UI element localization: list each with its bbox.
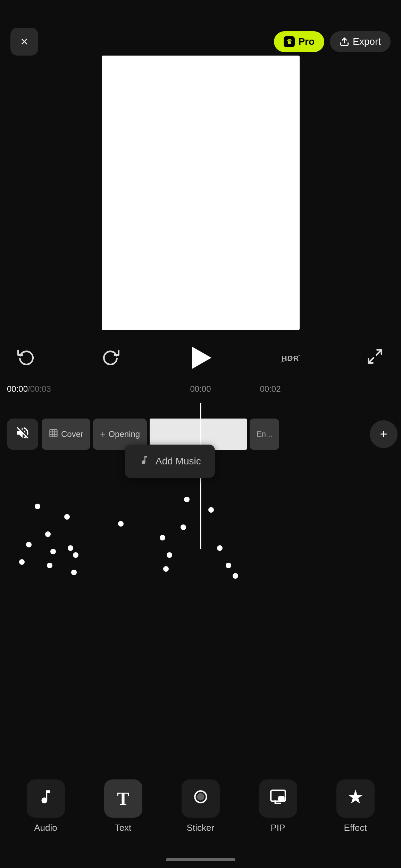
mute-button[interactable] [7,419,38,450]
text-icon-bg: T [104,779,142,818]
bottom-toolbar: Audio T Text Sticker [0,779,401,833]
timecode-mid: 00:00 [190,384,211,394]
add-clip-icon: + [380,428,387,440]
top-right-actions: Pro Export [274,31,391,52]
play-button[interactable] [186,344,214,372]
particle [50,549,56,554]
undo-button[interactable] [17,348,35,368]
timecode-current: 00:00 [7,384,28,394]
sticker-icon [192,788,209,809]
particle [184,497,190,502]
redo-button[interactable] [102,348,119,368]
tool-audio[interactable]: Audio [27,779,65,833]
effect-icon-bg [336,779,375,818]
tool-pip[interactable]: PIP [259,779,297,833]
hdr-icon: HDR [282,354,299,363]
particle [73,552,78,558]
tool-effect[interactable]: Effect [336,779,375,833]
hdr-button[interactable]: HDR [282,352,299,363]
particle [19,559,25,565]
clip-ending[interactable]: En... [250,419,279,450]
text-icon: T [117,788,129,809]
particle [181,524,186,530]
particle [68,545,73,551]
close-icon: × [20,34,28,49]
audio-icon-bg [27,779,65,818]
pro-button[interactable]: Pro [274,31,324,52]
timecode-divider: / [28,384,30,394]
pip-label: PIP [271,822,285,833]
particle [47,563,52,568]
ending-label: En... [257,430,272,439]
hdr-strikethrough [281,355,300,363]
particle [208,507,214,513]
fullscreen-icon [366,348,384,365]
sticker-label: Sticker [187,822,214,833]
svg-rect-3 [50,429,57,437]
add-music-label: Add Music [156,456,201,467]
redo-icon [102,348,119,365]
video-canvas [102,56,300,330]
audio-label: Audio [34,822,57,833]
particle [167,552,172,558]
effect-label: Effect [344,822,367,833]
particle [118,521,124,527]
pro-label: Pro [298,36,315,47]
music-note-icon [139,454,150,468]
effect-icon [347,788,364,809]
controls-bar: HDR [0,344,401,372]
add-music-popup[interactable]: Add Music [125,445,215,478]
svg-rect-8 [279,797,284,800]
svg-point-6 [197,793,204,800]
text-label: Text [115,822,132,833]
audio-icon [37,788,55,809]
play-icon [192,347,211,369]
timecodes-row: 00:00 / 00:03 00:00 00:02 [0,379,401,399]
particle [233,573,238,579]
pip-icon [269,788,287,809]
upload-icon [340,37,349,47]
timecode-right: 00:02 [260,384,281,394]
top-bar: × Pro Export [0,28,401,56]
undo-icon [17,348,35,365]
particle [217,545,223,551]
home-indicator [166,858,235,861]
particle [35,504,40,509]
tool-text[interactable]: T Text [104,779,142,833]
particle [64,514,70,520]
close-button[interactable]: × [10,28,38,56]
mute-icon [15,425,30,444]
sticker-icon-bg [182,779,220,818]
opening-plus-icon: + [100,429,106,440]
tool-sticker[interactable]: Sticker [182,779,220,833]
particle [226,563,231,568]
add-clip-button[interactable]: + [370,420,398,448]
export-label: Export [353,36,381,47]
clip-cover[interactable]: Cover [42,419,90,450]
cover-icon [49,428,58,440]
particle [26,542,32,547]
pip-icon-bg [259,779,297,818]
particle [45,531,51,537]
cover-label: Cover [61,429,83,439]
timecode-total: 00:03 [30,384,51,394]
timeline-section: 00:00 / 00:03 00:00 00:02 [0,379,401,399]
particle [160,535,165,540]
particle [163,566,169,572]
export-button[interactable]: Export [330,31,391,52]
fullscreen-button[interactable] [366,348,384,368]
particle [71,570,77,575]
opening-label: Opening [108,429,140,439]
pro-crown-icon [284,36,295,47]
